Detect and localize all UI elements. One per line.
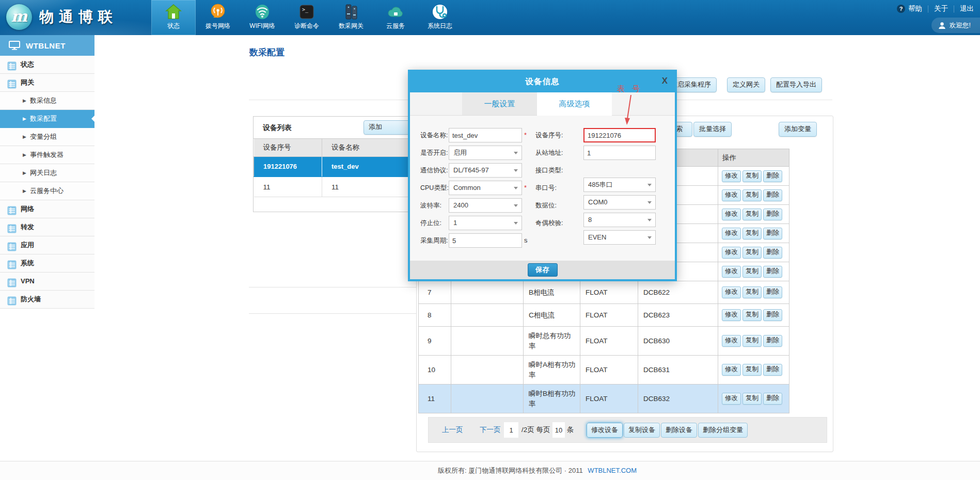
sidebar-item-event-trigger[interactable]: ▶ 事件触发器 [0,146,94,164]
sidebar-item-system[interactable]: 系统 [0,254,94,273]
nav-item-data-gateway[interactable]: 数采网关 [329,0,373,35]
nav-item-system-log[interactable]: 系统日志 [418,0,462,35]
enabled-select[interactable]: 启用 [449,146,522,160]
sidebar-item-data-collection-info[interactable]: ▶ 数采信息 [0,92,94,110]
batch-select-button[interactable]: 批量选择 [693,122,732,137]
cpu-type-select[interactable]: Common [449,181,522,195]
delete-button[interactable]: 删除 [763,228,782,239]
nav-item-dialup-network[interactable]: 拨号网络 [196,0,240,35]
copy-button[interactable]: 复制 [742,364,762,376]
stop-bits-select[interactable]: 1 [449,216,522,230]
nav-item-diagnostic-command[interactable]: >_ 诊断命令 [284,0,329,35]
device-name-input[interactable] [449,128,522,142]
syslog-icon [431,3,449,21]
sidebar-item-data-collection-config[interactable]: ▶ 数采配置 [0,110,94,128]
cell-index: 7 [419,281,451,304]
copy-button[interactable]: 复制 [742,309,762,321]
nav-label: 拨号网络 [196,22,240,30]
delete-button[interactable]: 删除 [763,247,782,259]
sidebar-item-gateway-log[interactable]: ▶ 网关日志 [0,164,94,182]
edit-button[interactable]: 修改 [722,209,741,220]
protocol-label: 通信协议: [420,163,448,178]
variable-row[interactable]: 10 瞬时A相有功功率 FLOAT DCB631 修改复制删除 [419,356,789,385]
delete-button[interactable]: 删除 [763,335,782,347]
sidebar-item-network[interactable]: 网络 [0,200,94,218]
delete-group-variable-button[interactable]: 删除分组变量 [698,423,748,438]
help-link[interactable]: 帮助 [908,4,922,13]
collection-period-input[interactable] [449,233,522,248]
protocol-select[interactable]: DL/T645-97 [449,163,522,178]
copy-button[interactable]: 复制 [742,189,762,201]
sidebar-item-gateway[interactable]: 网关 [0,74,94,92]
edit-button[interactable]: 修改 [722,364,741,376]
page-number-input[interactable] [504,422,518,438]
edit-button[interactable]: 修改 [722,286,741,298]
delete-button[interactable]: 删除 [763,209,782,220]
copy-button[interactable]: 复制 [742,286,762,298]
sidebar-item-application[interactable]: 应用 [0,236,94,254]
delete-button[interactable]: 删除 [763,266,782,278]
delete-button[interactable]: 删除 [763,364,782,376]
edit-button[interactable]: 修改 [722,335,741,347]
sidebar-item-firewall[interactable]: 防火墙 [0,291,94,309]
delete-button[interactable]: 删除 [763,286,782,298]
variable-row[interactable]: 8 C相电流 FLOAT DCB623 修改复制删除 [419,304,789,327]
delete-button[interactable]: 删除 [763,170,782,182]
device-serial-input[interactable] [583,128,656,142]
edit-button[interactable]: 修改 [722,393,741,405]
nav-item-cloud-service[interactable]: 云服务 [373,0,418,35]
sidebar-header-label: WTBLNET [26,41,66,50]
config-import-export-button[interactable]: 配置导入导出 [770,77,822,92]
copy-button[interactable]: 复制 [742,228,762,239]
edit-button[interactable]: 修改 [722,266,741,278]
tab-advanced-options[interactable]: 高级选项 [537,92,612,116]
copy-button[interactable]: 复制 [742,266,762,278]
slave-address-input[interactable] [583,146,656,160]
logout-link[interactable]: 退出 [960,4,974,13]
define-gateway-button[interactable]: 定义网关 [727,77,765,92]
sidebar-item-label: 网关 [21,78,34,86]
sidebar-item-variable-group[interactable]: ▶ 变量分组 [0,128,94,146]
delete-button[interactable]: 删除 [763,309,782,321]
copy-button[interactable]: 复制 [742,335,762,347]
save-button[interactable]: 保存 [528,263,558,277]
variable-row[interactable]: 7 B相电流 FLOAT DCB622 修改复制删除 [419,281,789,304]
prev-page-link[interactable]: 上一页 [442,418,463,442]
tab-general-settings[interactable]: 一般设置 [462,92,537,115]
nav-item-wifi-network[interactable]: WIFI网络 [240,0,284,35]
arrow-right-icon: ▶ [23,164,26,182]
footer-link[interactable]: WTBLNET.COM [588,467,637,474]
nav-item-status[interactable]: 状态 [151,0,196,35]
sidebar-item-forwarding[interactable]: 转发 [0,218,94,236]
copy-button[interactable]: 复制 [742,170,762,182]
variable-row-highlighted[interactable]: 11 瞬时B相有功功率 FLOAT DCB632 修改复制删除 [419,385,789,413]
annotation-arrow-icon [623,95,635,127]
add-variable-button[interactable]: 添加变量 [779,122,817,137]
edit-device-button[interactable]: 修改设备 [587,423,623,438]
edit-button[interactable]: 修改 [722,309,741,321]
edit-button[interactable]: 修改 [722,228,741,239]
delete-button[interactable]: 删除 [763,393,782,405]
terminal-icon: >_ [298,3,315,21]
about-link[interactable]: 关于 [934,4,948,13]
cell-group [451,356,524,385]
sidebar-item-vpn[interactable]: VPN [0,273,94,291]
copy-button[interactable]: 复制 [742,393,762,405]
column-header-serial: 设备序号 [254,139,322,157]
variable-row[interactable]: 9 瞬时总有功功率 FLOAT DCB630 修改复制删除 [419,327,789,356]
close-icon[interactable]: X [662,76,668,86]
delete-device-button[interactable]: 删除设备 [661,423,697,438]
page-size-input[interactable] [552,422,565,438]
copy-device-button[interactable]: 复制设备 [624,423,660,438]
edit-button[interactable]: 修改 [722,170,741,182]
sidebar-item-status[interactable]: 状态 [0,56,94,74]
sidebar-item-cloud-center[interactable]: ▶ 云服务中心 [0,182,94,200]
baud-rate-select[interactable]: 2400 [449,198,522,213]
edit-button[interactable]: 修改 [722,189,741,201]
copy-button[interactable]: 复制 [742,247,762,259]
copy-button[interactable]: 复制 [742,209,762,220]
edit-button[interactable]: 修改 [722,247,741,259]
welcome-pill[interactable]: 欢迎您! [931,18,980,33]
delete-button[interactable]: 删除 [763,189,782,201]
next-page-link[interactable]: 下一页 [480,418,501,442]
